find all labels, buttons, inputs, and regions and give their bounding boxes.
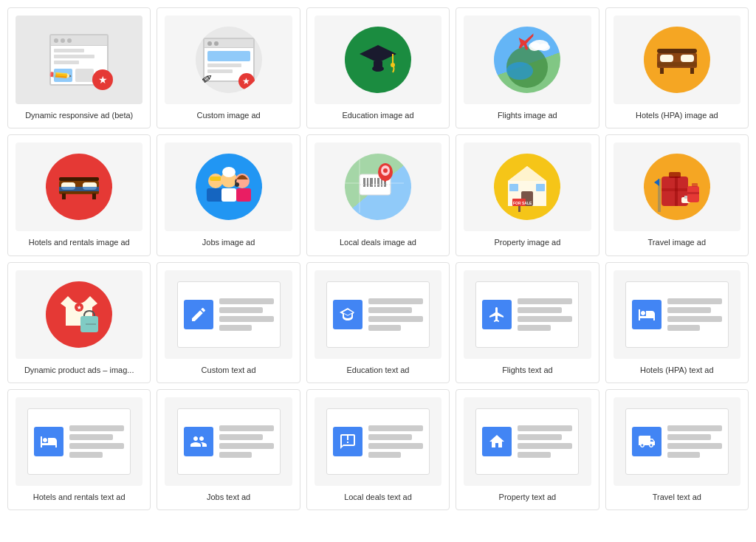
property-circle-icon: FOR SALE — [494, 154, 560, 220]
svg-text:FOR SALE: FOR SALE — [513, 201, 532, 205]
card-label-custom-text: Custom text ad — [202, 365, 256, 375]
svg-rect-30 — [221, 188, 236, 202]
svg-rect-17 — [59, 177, 99, 181]
card-education-image[interactable]: Education image ad — [306, 7, 450, 128]
text-ad-lines-education — [368, 298, 423, 331]
text-ad-icon-hotels-rentals — [34, 427, 63, 456]
svg-rect-69 — [86, 323, 96, 325]
text-ad-lines-custom — [219, 298, 274, 331]
text-line — [69, 425, 124, 431]
svg-point-29 — [222, 167, 236, 177]
card-flights-image[interactable]: Flights image ad — [456, 7, 599, 128]
text-line — [368, 452, 401, 458]
jobs-circle-icon — [196, 154, 262, 220]
text-line — [667, 298, 722, 304]
text-ad-icon-travel — [632, 427, 662, 456]
card-property-image[interactable]: FOR SALE Property image ad — [456, 134, 599, 255]
card-local-deals-text[interactable]: Local deals text ad — [306, 389, 450, 510]
card-image-hotels-rentals — [16, 143, 142, 231]
text-line — [667, 307, 711, 313]
text-line — [518, 316, 572, 322]
card-image-local-deals-text — [315, 397, 441, 486]
text-line — [219, 425, 274, 431]
card-hotels-rentals-text[interactable]: Hotels and rentals text ad — [7, 389, 151, 510]
card-hotels-hpa-image[interactable]: Hotels (HPA) image ad — [605, 7, 749, 128]
text-line — [667, 316, 722, 322]
text-line — [667, 434, 711, 440]
card-image-flights-text — [464, 270, 591, 359]
text-line — [219, 443, 274, 449]
text-line — [368, 434, 412, 440]
text-line — [219, 298, 274, 304]
text-line — [368, 298, 423, 304]
card-custom-image[interactable]: ✏ ★ Custom image ad — [157, 7, 300, 128]
text-ad-icon-local-deals — [333, 427, 362, 456]
card-label-hotels-rentals-image: Hotels and rentals image ad — [29, 237, 130, 247]
text-line — [518, 307, 561, 313]
card-dynamic-product[interactable]: ★ Dynamic product ads – imag... — [7, 262, 151, 383]
text-ad-thumb-property — [475, 408, 579, 475]
card-image-dynamic-responsive: ★ ✏️ — [16, 16, 142, 104]
card-label-dynamic-product: Dynamic product ads – imag... — [24, 365, 134, 375]
text-ad-thumb-flights — [475, 281, 579, 348]
card-education-text[interactable]: Education text ad — [306, 262, 450, 383]
text-line — [518, 434, 561, 440]
card-hotels-hpa-text[interactable]: Hotels (HPA) text ad — [605, 262, 749, 383]
text-line — [69, 452, 102, 458]
card-local-deals-image[interactable]: Local deals image ad — [306, 134, 450, 255]
card-jobs-text[interactable]: Jobs text ad — [157, 389, 300, 510]
travel-circle-icon — [644, 154, 710, 220]
card-label-education-image: Education image ad — [342, 110, 413, 120]
text-ad-lines-travel — [667, 425, 722, 458]
card-image-property-text — [464, 397, 591, 486]
text-line — [219, 434, 263, 440]
text-line — [518, 325, 550, 331]
card-travel-text[interactable]: Travel text ad — [605, 389, 749, 510]
svg-point-33 — [235, 182, 239, 187]
text-line — [667, 452, 700, 458]
card-label-hotels-hpa-image: Hotels (HPA) image ad — [636, 110, 718, 120]
ad-type-grid: ★ ✏️ Dynamic responsive ad (beta) — [7, 7, 749, 510]
text-line — [518, 298, 572, 304]
svg-rect-64 — [687, 192, 699, 194]
text-line — [368, 325, 401, 331]
card-flights-text[interactable]: Flights text ad — [456, 262, 599, 383]
card-travel-image[interactable]: Travel image ad — [605, 134, 749, 255]
svg-rect-61 — [684, 196, 687, 199]
card-image-property: FOR SALE — [464, 143, 591, 231]
card-image-custom: ✏ ★ — [165, 16, 292, 104]
svg-text:★: ★ — [77, 305, 82, 310]
text-ad-lines-property — [518, 425, 572, 458]
svg-rect-32 — [236, 188, 251, 202]
flights-circle-icon — [494, 27, 560, 93]
card-jobs-image[interactable]: Jobs image ad — [157, 134, 300, 255]
svg-rect-13 — [681, 55, 694, 62]
svg-rect-22 — [62, 193, 66, 199]
text-line — [368, 307, 412, 313]
svg-rect-59 — [675, 176, 678, 206]
card-dynamic-responsive[interactable]: ★ ✏️ Dynamic responsive ad (beta) — [7, 7, 151, 128]
card-label-travel-image: Travel image ad — [648, 237, 706, 247]
card-label-flights-text: Flights text ad — [502, 365, 552, 375]
text-line — [368, 316, 423, 322]
card-image-jobs-text — [165, 397, 292, 486]
svg-rect-23 — [92, 193, 96, 199]
card-label-dynamic-responsive: Dynamic responsive ad (beta) — [25, 110, 133, 120]
card-label-local-deals-image: Local deals image ad — [340, 237, 416, 247]
card-hotels-rentals-image[interactable]: Hotels and rentals image ad — [7, 134, 151, 255]
text-line — [69, 443, 124, 449]
card-property-text[interactable]: Property text ad — [456, 389, 599, 510]
svg-rect-40 — [374, 178, 376, 187]
svg-rect-38 — [367, 178, 368, 187]
card-custom-text[interactable]: Custom text ad — [157, 262, 300, 383]
card-image-flights — [464, 16, 591, 104]
card-image-travel — [614, 143, 740, 231]
svg-rect-10 — [657, 49, 697, 53]
card-image-hotels-hpa-text — [614, 270, 740, 359]
text-ad-icon-flights — [482, 300, 512, 329]
text-ad-lines-hotels-hpa — [667, 298, 722, 331]
svg-rect-39 — [370, 178, 373, 187]
text-line — [219, 452, 252, 458]
hotels-rentals-circle-icon — [46, 154, 112, 220]
text-line — [667, 443, 722, 449]
